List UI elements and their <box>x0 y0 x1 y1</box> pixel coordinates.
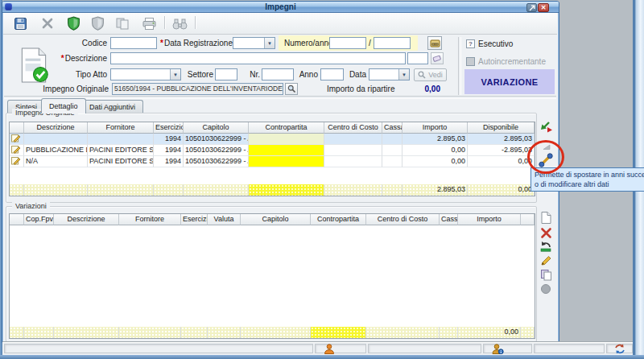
col-importo[interactable]: Importo <box>458 214 521 225</box>
col-importo[interactable]: Importo <box>402 122 468 134</box>
contropartita-cell <box>249 156 324 167</box>
red-x-icon <box>540 227 552 239</box>
col-capitolo[interactable]: Capitolo <box>184 122 249 134</box>
table-row[interactable]: 1994 10501030622999 - ATT 2.895,03 2.895… <box>10 134 535 145</box>
descrizione-code-input[interactable] <box>407 52 428 64</box>
close-icon: ✕ <box>541 5 547 11</box>
col-cassa[interactable]: Cassa <box>382 122 402 134</box>
contropartita-cell <box>249 134 324 145</box>
maximize-button[interactable] <box>526 3 537 12</box>
col-capitolo[interactable]: Capitolo <box>241 214 311 225</box>
user-icon <box>324 344 335 354</box>
delete-button[interactable] <box>37 14 58 32</box>
tooltip-line-2: o di modificare altri dati <box>535 180 644 189</box>
chevron-down-icon: ▼ <box>264 38 275 48</box>
numero-anno-separator: / <box>368 37 372 49</box>
save-button[interactable] <box>10 14 31 32</box>
impegno-originale-label: Impegno Originale <box>33 83 109 95</box>
toolbar <box>3 13 557 35</box>
search-button[interactable] <box>169 14 190 32</box>
delete-row-button[interactable] <box>539 226 553 239</box>
shield-disabled-button[interactable] <box>87 14 108 32</box>
tab-dati-aggiuntivi[interactable]: Dati Aggiuntivi <box>81 100 143 113</box>
nr-input[interactable] <box>262 68 294 80</box>
undo-button[interactable] <box>539 240 553 252</box>
col-valuta[interactable]: Valuta <box>208 214 241 225</box>
undo-icon <box>539 241 552 252</box>
col-descrizione[interactable]: Descrizione <box>24 122 88 134</box>
clear-button[interactable] <box>431 52 444 64</box>
autoincrementante-checkbox[interactable] <box>466 57 475 66</box>
tipo-atto-combo[interactable]: ▼ <box>110 68 181 80</box>
copy-row-button[interactable] <box>539 268 553 281</box>
pencil-icon <box>540 254 552 266</box>
lookup-button[interactable] <box>285 83 298 95</box>
vedi-button[interactable]: Vedi <box>414 68 447 81</box>
counter-icon <box>430 39 440 48</box>
new-row-button[interactable] <box>539 210 553 225</box>
row-edit-icon <box>10 134 24 145</box>
col-centro-di-costo[interactable]: Centro di Costo <box>366 214 440 225</box>
counter-button[interactable] <box>427 36 442 50</box>
copy-button[interactable] <box>113 14 134 32</box>
col-disponibile[interactable]: Disponibile <box>468 122 535 134</box>
descrizione-label: *Descrizione <box>35 52 107 64</box>
col-descrizione[interactable]: Descrizione <box>54 214 119 225</box>
reassign-button[interactable] <box>537 119 555 134</box>
copy-pages-icon <box>115 17 131 30</box>
col-fornitore[interactable]: Fornitore <box>88 122 154 134</box>
data-combo[interactable]: ▼ <box>369 68 410 80</box>
tab-dettaglio[interactable]: Dettaglio <box>41 98 86 113</box>
row-edit-icon <box>10 145 24 156</box>
descrizione-input[interactable] <box>110 52 406 64</box>
importo-da-ripartire-value: 0,00 <box>394 83 440 95</box>
col-contropartita[interactable]: Contropartita <box>311 214 366 225</box>
toolbar-separator <box>164 16 166 29</box>
toolbar-separator <box>195 16 196 29</box>
col-contropartita[interactable]: Contropartita <box>249 122 324 134</box>
close-button[interactable]: ✕ <box>538 3 549 12</box>
anno-numero-input[interactable] <box>374 37 411 49</box>
status-section-sync[interactable] <box>606 344 633 353</box>
new-page-icon <box>540 211 552 225</box>
col-cassa[interactable]: Cassa <box>440 214 458 225</box>
table-row[interactable]: PUBBLICAZIONE DELL'I PACINI EDITORE S.P.… <box>10 145 535 156</box>
data-registrazione-combo[interactable]: ▼ <box>233 37 275 49</box>
row-edit-icon <box>10 156 24 167</box>
impegni-window: Impegni ✕ <box>2 1 559 343</box>
codice-input[interactable] <box>110 37 157 49</box>
table-row[interactable]: N/A PACINI EDITORE S.P.A 1994 1050103062… <box>10 156 535 167</box>
title-bar[interactable]: Impegni ✕ <box>2 2 559 13</box>
settore-input[interactable] <box>215 68 237 80</box>
chevron-down-icon: ▼ <box>170 69 180 80</box>
impegno-originale-table[interactable]: Descrizione Fornitore Esercizio Capitolo… <box>9 122 535 196</box>
record-disabled-button[interactable] <box>539 283 553 295</box>
copy-pages-icon <box>540 269 552 281</box>
col-fornitore[interactable]: Fornitore <box>119 214 181 225</box>
annotation-circle <box>527 140 564 174</box>
nr-label: Nr. <box>242 68 260 80</box>
form-divider <box>458 37 461 95</box>
anno-label: Anno <box>295 68 318 80</box>
numero-input[interactable] <box>329 37 366 49</box>
sync-icon <box>614 344 625 354</box>
col-centro-di-costo[interactable]: Centro di Costo <box>324 122 382 134</box>
col-cop-fpv[interactable]: Cop.Fpv. <box>24 214 54 225</box>
status-section-main <box>4 344 313 353</box>
variazioni-table[interactable]: Cop.Fpv. Descrizione Fornitore Esercizio… <box>9 213 535 339</box>
user-info-icon <box>492 344 504 354</box>
print-button[interactable] <box>138 14 159 32</box>
col-esercizio[interactable]: Esercizio <box>154 122 184 134</box>
esecutivo-checkbox[interactable]: ? <box>466 39 475 48</box>
validate-button[interactable] <box>63 14 84 32</box>
edit-button[interactable] <box>539 254 553 266</box>
variazioni-legend: Variazioni <box>12 202 50 211</box>
col-esercizio[interactable]: Esercizio <box>181 214 208 225</box>
anno-input[interactable] <box>320 68 344 80</box>
codice-label: Codice <box>51 37 107 49</box>
totals-row: 2.895,03 0,00 <box>10 184 535 196</box>
shield-green-icon <box>67 16 80 31</box>
status-section-user <box>315 344 366 353</box>
shield-gray-icon <box>91 16 105 31</box>
tipo-atto-label: Tipo Atto <box>47 68 107 80</box>
